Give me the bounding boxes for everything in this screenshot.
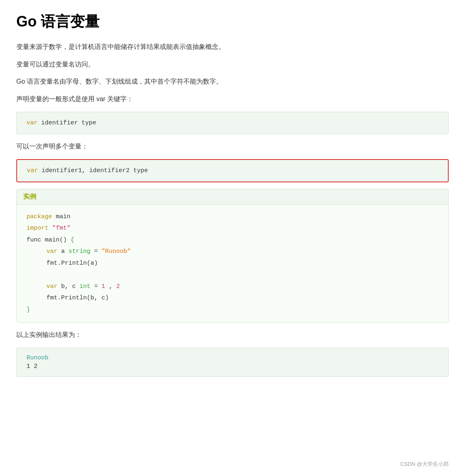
kw-var-1: var [46, 248, 57, 255]
page-title: Go 语言变量 [16, 12, 449, 31]
output-line-2: 1 2 [26, 363, 439, 370]
code-line-2: import "fmt" [26, 223, 439, 235]
code-single-rest: identifier type [41, 120, 96, 126]
code-line-blank [26, 269, 439, 281]
paragraph-after-example: 以上实例输出结果为： [16, 329, 449, 341]
code-line-3: func main() { [26, 235, 439, 246]
kw-var-2: var [46, 283, 57, 290]
paragraph-multi: 可以一次声明多个变量： [16, 141, 449, 153]
code-line-7: var b, c int = 1 , 2 [26, 281, 439, 293]
paragraph-3: Go 语言变量名由字母、数字、下划线组成，其中首个字符不能为数字。 [16, 76, 449, 88]
code-var-kw2: var [27, 167, 38, 174]
output-block: Runoob 1 2 [16, 348, 449, 377]
paragraph-4: 声明变量的一般形式是使用 var 关键字： [16, 93, 449, 105]
code-block-multi: var identifier1, identifier2 type [16, 159, 449, 182]
code-block-single: var identifier type [16, 112, 449, 134]
code-line-9: } [26, 304, 439, 316]
code-multi-rest: identifier1, identifier2 type [42, 167, 148, 174]
output-line-1: Runoob [26, 354, 439, 361]
footer-credit: CSDN @大学生小郑 [400, 461, 449, 468]
code-line-5: fmt.Println(a) [26, 258, 439, 270]
example-section: 实例 package main import "fmt" func main()… [16, 189, 449, 323]
code-var-kw: var [26, 120, 37, 126]
code-line-8: fmt.Println(b, c) [26, 292, 439, 304]
kw-package: package [26, 213, 52, 220]
paragraph-2: 变量可以通过变量名访问。 [16, 59, 449, 71]
example-header: 实例 [17, 189, 448, 205]
code-line-4: var a string = "Runoob" [26, 246, 439, 258]
code-line-1: package main [26, 211, 439, 223]
paragraph-1: 变量来源于数学，是计算机语言中能储存计算结果或能表示值抽象概念。 [16, 41, 449, 53]
kw-import: import [26, 225, 48, 232]
example-code: package main import "fmt" func main() { … [17, 205, 448, 323]
example-label: 实例 [23, 193, 36, 200]
